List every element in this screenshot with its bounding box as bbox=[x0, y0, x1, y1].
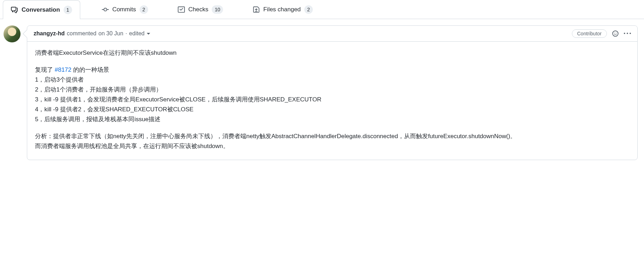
tab-label: Conversation bbox=[22, 6, 60, 13]
tab-files-changed[interactable]: Files changed 2 bbox=[245, 0, 321, 19]
issue-reference-link[interactable]: #8172 bbox=[55, 66, 71, 73]
conversation-icon bbox=[11, 6, 18, 13]
tab-counter: 10 bbox=[212, 5, 223, 14]
tab-counter: 2 bbox=[140, 5, 148, 14]
kebab-menu-button[interactable] bbox=[624, 30, 631, 37]
comment-commented-prefix: commented bbox=[67, 30, 96, 37]
add-reaction-button[interactable] bbox=[612, 30, 619, 37]
comment-author-link[interactable]: zhangyz-hd bbox=[34, 30, 65, 37]
comment-thread: zhangyz-hd commented on 30 Jun · edited … bbox=[0, 19, 644, 160]
comment-box: zhangyz-hd commented on 30 Jun · edited … bbox=[27, 25, 638, 160]
comment-body: 消费者端ExecutorService在运行期间不应该shutdown 复现了 … bbox=[27, 42, 637, 160]
comment-header: zhangyz-hd commented on 30 Jun · edited … bbox=[27, 26, 637, 42]
checks-icon bbox=[178, 6, 185, 13]
edited-indicator[interactable]: edited bbox=[129, 30, 150, 37]
tab-counter: 2 bbox=[304, 5, 313, 14]
avatar[interactable] bbox=[4, 25, 21, 42]
tab-conversation[interactable]: Conversation 1 bbox=[3, 0, 80, 19]
tab-label: Files changed bbox=[263, 6, 301, 13]
caret-down-icon bbox=[147, 33, 150, 35]
tab-checks[interactable]: Checks 10 bbox=[170, 0, 231, 19]
file-diff-icon bbox=[253, 6, 260, 13]
tab-commits[interactable]: Commits 2 bbox=[94, 0, 156, 19]
tab-counter: 1 bbox=[64, 6, 72, 14]
meta-separator: · bbox=[125, 30, 127, 37]
comment-paragraph: 复现了 #8172 的的一种场景 1，启动3个提供者 2，启动1个消费者，开始服… bbox=[35, 65, 630, 124]
comment-timestamp[interactable]: on 30 Jun bbox=[99, 30, 123, 37]
commits-icon bbox=[102, 6, 109, 13]
role-badge: Contributor bbox=[572, 29, 607, 38]
comment-paragraph: 分析：提供者非正常下线（如netty先关闭，注册中心服务尚未下线），消费者端ne… bbox=[35, 131, 630, 151]
pr-tabs: Conversation 1 Commits 2 Checks 10 Files… bbox=[0, 0, 644, 19]
comment-paragraph: 消费者端ExecutorService在运行期间不应该shutdown bbox=[35, 48, 630, 58]
tab-label: Checks bbox=[188, 6, 209, 13]
tab-label: Commits bbox=[112, 6, 136, 13]
